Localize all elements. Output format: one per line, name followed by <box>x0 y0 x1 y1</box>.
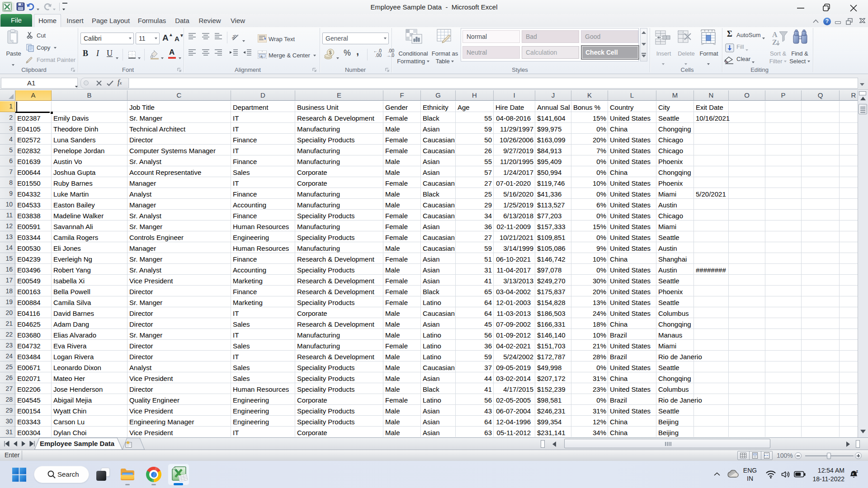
svg-text:z: z <box>856 469 859 474</box>
svg-text:A: A <box>772 31 778 38</box>
svg-text:a: a <box>260 54 263 58</box>
svg-text:Z: Z <box>772 38 777 46</box>
svg-text:z: z <box>852 472 854 475</box>
svg-text:ab: ab <box>231 33 238 41</box>
svg-text:$: $ <box>329 50 332 55</box>
